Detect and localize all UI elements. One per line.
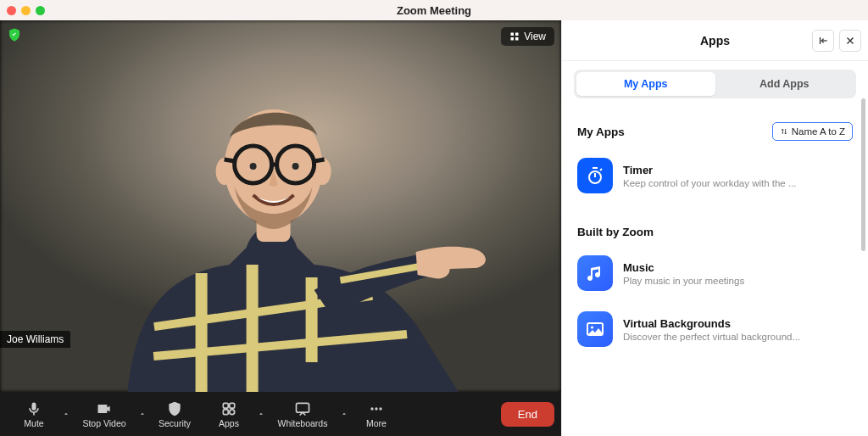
app-desc: Discover the perfect virtual background.… — [623, 332, 800, 342]
music-app-icon — [577, 255, 613, 291]
end-button[interactable]: End — [501, 402, 554, 427]
video-feed[interactable]: Joe Williams — [0, 20, 561, 392]
svg-point-23 — [370, 407, 373, 410]
window-title: Zoom Meeting — [397, 4, 471, 17]
apps-body: My Apps Name A to Z Timer Keep control o… — [562, 98, 868, 436]
section-title-built-by-zoom: Built by Zoom — [577, 226, 654, 238]
app-row-timer[interactable]: Timer Keep control of your workday with … — [577, 151, 853, 207]
app-desc: Play music in your meetings — [623, 276, 744, 286]
window-minimize-button[interactable] — [21, 6, 31, 15]
chevron-up-icon — [257, 410, 265, 418]
titlebar: Zoom Meeting — [0, 0, 868, 20]
chevron-up-icon — [138, 410, 147, 418]
app-name: Timer — [623, 164, 797, 176]
virtual-backgrounds-app-icon — [577, 311, 613, 347]
app-row-virtual-backgrounds[interactable]: Virtual Backgrounds Discover the perfect… — [577, 305, 853, 361]
app-desc: Keep control of your workday with the ..… — [623, 178, 797, 188]
music-note-icon — [585, 263, 605, 283]
participant-name-tag: Joe Williams — [0, 331, 70, 348]
sort-label: Name A to Z — [792, 126, 845, 137]
sort-icon — [780, 127, 788, 136]
apps-panel-header: Apps — [562, 20, 868, 61]
whiteboards-button[interactable]: Whiteboards — [266, 392, 339, 436]
section-title-my-apps: My Apps — [577, 126, 625, 138]
more-icon — [368, 400, 385, 417]
svg-rect-1 — [515, 33, 519, 36]
grid-icon — [509, 31, 520, 42]
window-fullscreen-button[interactable] — [36, 6, 45, 15]
chevron-up-icon — [62, 410, 70, 418]
apps-button[interactable]: Apps — [202, 392, 256, 436]
svg-rect-7 — [247, 265, 259, 392]
svg-point-17 — [292, 163, 299, 170]
apps-panel-title: Apps — [700, 34, 730, 48]
svg-point-28 — [591, 326, 593, 328]
chevron-up-icon — [340, 410, 348, 418]
window-close-button[interactable] — [7, 6, 16, 15]
svg-rect-0 — [511, 33, 515, 36]
apps-tabs: My Apps Add Apps — [574, 70, 856, 98]
timer-app-icon — [577, 158, 613, 193]
app-name: Virtual Backgrounds — [623, 317, 800, 330]
shield-icon — [166, 400, 183, 417]
security-button[interactable]: Security — [147, 392, 202, 436]
apps-icon — [220, 400, 237, 417]
svg-point-25 — [379, 407, 381, 410]
collapse-icon — [817, 35, 829, 47]
close-icon — [844, 35, 856, 47]
svg-point-24 — [375, 407, 377, 410]
app-row-music[interactable]: Music Play music in your meetings — [577, 249, 853, 305]
view-label: View — [524, 31, 546, 42]
view-button[interactable]: View — [501, 27, 554, 46]
collapse-panel-button[interactable] — [812, 30, 834, 52]
more-button[interactable]: More — [349, 392, 403, 436]
whiteboard-icon — [294, 400, 311, 417]
video-pane: View — [0, 20, 561, 436]
svg-rect-18 — [223, 403, 228, 408]
microphone-icon — [25, 400, 42, 417]
svg-point-21 — [230, 409, 235, 414]
apps-scrollbar[interactable] — [861, 98, 865, 436]
video-options-chevron[interactable] — [137, 392, 147, 436]
content: View — [0, 20, 868, 436]
close-panel-button[interactable] — [839, 30, 861, 52]
svg-rect-6 — [196, 273, 208, 392]
svg-rect-22 — [297, 403, 309, 412]
app-name: Music — [623, 261, 744, 274]
whiteboards-options-chevron[interactable] — [339, 392, 349, 436]
video-camera-icon — [96, 400, 113, 417]
mute-options-chevron[interactable] — [61, 392, 71, 436]
tab-add-apps[interactable]: Add Apps — [715, 72, 854, 96]
image-icon — [585, 319, 605, 339]
participant-video — [52, 36, 492, 392]
stop-video-button[interactable]: Stop Video — [71, 392, 137, 436]
meeting-toolbar: Mute Stop Video Security Apps — [0, 392, 561, 436]
encryption-shield-icon[interactable] — [7, 27, 22, 46]
svg-rect-19 — [230, 403, 235, 408]
mute-button[interactable]: Mute — [7, 392, 61, 436]
tab-my-apps[interactable]: My Apps — [576, 72, 715, 96]
sort-button[interactable]: Name A to Z — [772, 122, 853, 141]
apps-options-chevron[interactable] — [256, 392, 266, 436]
svg-rect-2 — [511, 37, 515, 41]
svg-rect-20 — [223, 409, 228, 414]
svg-rect-3 — [515, 37, 519, 41]
svg-point-16 — [250, 163, 257, 170]
stopwatch-icon — [585, 165, 605, 186]
apps-panel: Apps My Apps Add Apps My Apps Name A to … — [561, 20, 868, 436]
